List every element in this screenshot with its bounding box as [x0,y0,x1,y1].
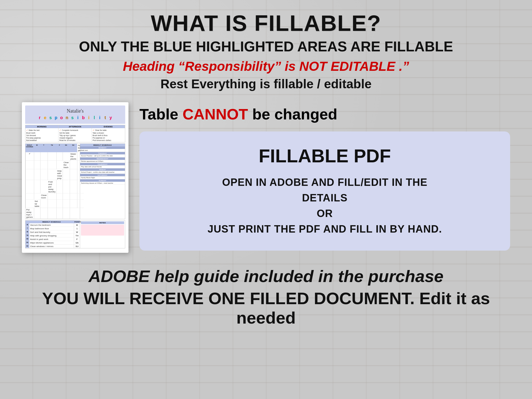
afternoon-items: ✓Complete homework Set the table Tidy up… [59,128,92,142]
footer-line1: ADOBE help guide included in the purchas… [22,266,510,286]
chore-label: Put away toys / games [25,208,34,219]
chore-cell [63,200,69,208]
chore-cell [40,200,48,208]
letter-y: y [108,115,113,121]
chore-cell [70,169,77,180]
day-saturday: SATURDAY [80,174,125,176]
doc-item: Take a shower [93,132,124,134]
task-pts: SA [74,241,80,245]
letter-s2: s [70,115,75,121]
weekly-tasks-section: WEEKLY SCHEDULE POINTS M Vaccum the bedr… [25,221,80,248]
chore-cell [25,161,34,169]
task-day: FR [25,237,29,241]
fillable-line2: DETAILS [302,192,348,204]
task-pts: 1 [74,227,80,230]
chores-header: DAILY CHORES [25,144,34,152]
red-notice: Heading “Responsibility” is NOT EDITABLE… [22,59,510,74]
cannot-text: CANNOT [183,105,248,123]
black-notice: Rest Everything is fillable / editable [22,77,510,91]
chores-grid: DAILY CHORES M T TH F SA SU Feed the pet… [25,143,125,219]
letter-i3: i [97,115,102,121]
day-th: TH [48,144,56,152]
chore-cell [70,161,77,169]
chore-cell [48,161,56,169]
chore-cell [63,169,69,180]
table-notice-prefix: Table [139,105,183,123]
letter-o: o [59,115,64,121]
chore-cell [48,208,56,219]
doc-name: Natalie's [27,108,123,114]
day-t: T [40,144,48,152]
weekly-schedule-right: WEEKLY SCHEDULE MONDAY Math test TUESDAY… [80,144,125,219]
day-friday: FRIDAY [80,168,125,171]
afternoon-header: AFTERNOON [59,125,92,128]
day-monday: MONDAY [80,146,125,149]
chore-cell [40,169,48,180]
chore-cell [70,193,77,200]
day-f: F [56,144,63,152]
chore-cell [34,208,40,219]
task-item: Mop bathroom floor [29,227,74,230]
fillable-line3: JUST PRINT THE PDF AND FILL IN BY HAND. [207,223,442,235]
task-pts: M [74,223,80,227]
sunday-item: Swimming classes at 4:00pm - meet teache… [80,182,125,185]
letter-r: r [37,115,42,121]
task-day: TH [25,234,29,237]
fillable-title: FILLABLE PDF [156,145,494,166]
chore-cell [56,161,63,169]
chore-label: Help with meal prep [56,169,63,180]
chore-cell [25,169,34,180]
doc-title-row: r e s p o n s i b i l i t y [27,115,123,121]
thursday-item: Play date with school friends [80,165,125,168]
doc-item: Read for 20 minutes [59,139,90,142]
monday-item: Math test [80,149,125,152]
daily-chores-section: DAILY CHORES M T TH F SA SU Feed the pet… [25,144,80,219]
subtitle: ONLY THE BLUE HIGHLIGHTED AREAS ARE FILL… [22,38,510,55]
footer-line2: YOU WILL RECEIVE ONE FILLED DOCUMENT. Ed… [22,289,510,327]
footer-section: ADOBE help guide included in the purchas… [22,266,510,327]
day-m: M [34,144,40,152]
chore-cell [56,180,63,193]
doc-item: Tidy up toys / games [59,134,90,137]
chore-cell [40,161,48,169]
check-icon: ✓ [93,129,95,131]
doc-item: Unpack bagpack [59,137,90,139]
saturday-item: Family Movie Night [80,176,125,179]
doc-item: ✓Complete homework [59,129,90,132]
doc-item: Put away pajamas [26,137,57,139]
letter-s1: s [48,115,53,121]
chore-cell: ✓ [25,152,34,161]
chore-cell [34,193,40,200]
notes-area [81,225,124,236]
letter-i2: i [86,115,91,121]
doc-item: Eat breakfast [26,139,57,142]
task-item: Assist in yard work [29,237,74,241]
chore-label: Set up table [34,200,40,208]
task-item: Help with grocery shopping [29,234,74,237]
task-item: Clean windows / mirrors [29,245,74,248]
task-day: W [25,230,29,234]
chore-cell [63,180,69,193]
doc-item: Set the table [59,132,90,134]
table-notice-text: Table CANNOT be changed [139,105,510,123]
task-day: SA [25,241,29,245]
task-pts: W [74,230,80,234]
chore-cell [48,152,56,161]
doc-item: Brush teeth [26,132,57,134]
check-icon: ✓ [26,129,28,131]
wednesday-item: Dentist appointment at 5:00pm [80,160,125,163]
letter-l: l [92,115,97,121]
task-day: SU [25,245,29,248]
chore-cell [63,193,69,200]
task-item: Sort and fold laundry [29,230,74,234]
chore-cell [48,169,56,180]
chore-cell [63,208,69,219]
weekly-schedule-header: WEEKLY SCHEDULE [80,144,125,146]
letter-n: n [65,115,69,121]
chore-cell [56,193,63,200]
content-row: Natalie's r e s p o n s i b i l i t y [22,102,510,253]
tuesday-item: Soccer Practice - call up to confirm the… [80,154,125,157]
task-item: Wipe kitchen appliances [29,241,74,245]
points-header: POINTS [74,221,80,223]
chore-cell [34,161,40,169]
